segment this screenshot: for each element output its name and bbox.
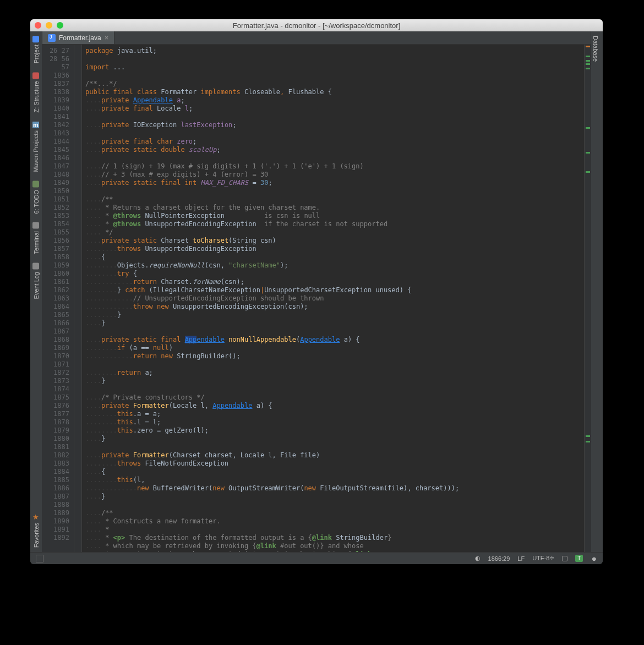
caret-position[interactable]: 1866:29 xyxy=(488,555,510,562)
titlebar[interactable]: Formatter.java - dcmonitor - [~/workspac… xyxy=(30,19,603,31)
code-line[interactable]: ....private Formatter(Charset charset, L… xyxy=(85,451,584,460)
code-line[interactable]: package java.util; xyxy=(85,47,584,55)
tool-project[interactable]: Project xyxy=(30,31,42,68)
insert-mode[interactable]: T xyxy=(575,555,583,562)
code-line[interactable]: ....// + 3 (max # exp digits) + 4 (error… xyxy=(85,171,584,179)
tool-favorites[interactable]: Favorites★ xyxy=(30,510,42,552)
hector-icon[interactable]: ☻ xyxy=(591,555,597,562)
code-line[interactable]: ....private static final Appendable nonN… xyxy=(85,336,584,344)
code-line[interactable]: .... * xyxy=(85,526,584,534)
code-line[interactable] xyxy=(85,501,584,509)
code-line[interactable]: public final class Formatter implements … xyxy=(85,88,584,96)
stripe-mark[interactable] xyxy=(586,68,590,69)
minimize-icon[interactable] xyxy=(46,22,52,29)
code-line[interactable]: import ... xyxy=(85,63,584,72)
code-line[interactable]: ........return a; xyxy=(85,369,584,377)
code-line[interactable]: ....// 1 (sign) + 19 (max # sig digits) … xyxy=(85,162,584,171)
code-line[interactable]: .............new BufferedWriter(new Outp… xyxy=(85,484,584,493)
code-line[interactable]: ....private final Locale l; xyxy=(85,105,584,113)
code-line[interactable]: ....private Formatter(Locale l, Appendab… xyxy=(85,402,584,410)
proj-icon xyxy=(33,36,40,42)
code-line[interactable] xyxy=(85,72,584,80)
code-line[interactable]: ........this.zero = getZero(l); xyxy=(85,427,584,435)
code-line[interactable]: ........try { xyxy=(85,270,584,278)
code-line[interactable]: .... * which may be retrieved by invokin… xyxy=(85,542,584,550)
code-line[interactable]: ....} xyxy=(85,319,584,327)
fold-column[interactable] xyxy=(74,45,82,552)
stripe-mark[interactable] xyxy=(586,435,590,437)
code-line[interactable]: ........if (a == null) xyxy=(85,344,584,352)
tool-event-log[interactable]: Event Log xyxy=(30,259,42,304)
code-line[interactable]: ........Objects.requireNonNull(csn, "cha… xyxy=(85,261,584,270)
code-line[interactable]: /**...*/ xyxy=(85,80,584,88)
code-line[interactable]: ....{ xyxy=(85,468,584,476)
code-line[interactable] xyxy=(85,154,584,162)
code-line[interactable]: ........} xyxy=(85,311,584,319)
gutter[interactable]: 26 27 28 56 57 1836 1837 1838 1839 1840 … xyxy=(42,45,74,552)
error-stripe[interactable] xyxy=(584,45,591,552)
stripe-mark[interactable] xyxy=(586,152,590,154)
code-line[interactable] xyxy=(85,443,584,451)
tool-z-structure[interactable]: Z: Structure xyxy=(30,68,42,117)
code-line[interactable]: ....} xyxy=(85,493,584,501)
stripe-mark[interactable] xyxy=(586,171,590,173)
code-line[interactable] xyxy=(85,113,584,121)
code-line[interactable]: .... * @throws NullPointerException is c… xyxy=(85,212,584,220)
code-editor[interactable]: package java.util; import ... /**...*/pu… xyxy=(82,45,584,552)
code-line[interactable]: ....private final char zero; xyxy=(85,138,584,146)
code-line[interactable] xyxy=(85,187,584,195)
editor-area: 26 27 28 56 57 1836 1837 1838 1839 1840 … xyxy=(42,45,591,552)
code-line[interactable]: ........this.a = a; xyxy=(85,410,584,418)
code-line[interactable]: .... */ xyxy=(85,228,584,237)
code-line[interactable]: ....private IOException lastException; xyxy=(85,121,584,129)
code-line[interactable]: ............// UnsupportedEncodingExcept… xyxy=(85,294,584,303)
code-line[interactable]: ..../** xyxy=(85,195,584,204)
code-line[interactable]: ........throws FileNotFoundException xyxy=(85,460,584,468)
code-line[interactable]: ..../* Private constructors */ xyxy=(85,393,584,402)
tab-formatter[interactable]: Formatter.java × xyxy=(42,31,114,44)
code-line[interactable] xyxy=(85,360,584,369)
tool--todo[interactable]: 6: TODO xyxy=(30,177,42,218)
status-icon[interactable] xyxy=(36,555,43,562)
code-line[interactable] xyxy=(85,55,584,63)
code-line[interactable]: ....private static final int MAX_FD_CHAR… xyxy=(85,179,584,187)
tool-maven-projects[interactable]: Maven Projectsm xyxy=(30,117,42,177)
code-line[interactable] xyxy=(85,385,584,393)
code-line[interactable]: ........throws UnsupportedEncodingExcept… xyxy=(85,245,584,253)
code-line[interactable] xyxy=(85,129,584,138)
stripe-mark[interactable] xyxy=(586,441,590,442)
code-line[interactable]: ....private static Charset toCharset(Str… xyxy=(85,237,584,245)
line-separator[interactable]: LF xyxy=(517,555,525,562)
code-line[interactable]: .... * Returns a charset object for the … xyxy=(85,204,584,212)
code-line[interactable]: ........} catch (IllegalCharsetNameExcep… xyxy=(85,286,584,294)
stripe-mark[interactable] xyxy=(586,127,590,129)
code-line[interactable]: ............throw new UnsupportedEncodin… xyxy=(85,303,584,311)
close-icon[interactable] xyxy=(35,22,41,29)
stripe-mark[interactable] xyxy=(586,60,590,62)
code-line[interactable]: ....private static double scaleUp; xyxy=(85,146,584,154)
stripe-mark[interactable] xyxy=(586,46,590,47)
lock-icon[interactable] xyxy=(562,556,567,561)
close-tab-icon[interactable]: × xyxy=(105,34,109,42)
code-line[interactable] xyxy=(85,327,584,336)
code-line[interactable]: ....} xyxy=(85,435,584,443)
code-line[interactable]: ............return Charset.forName(csn); xyxy=(85,278,584,286)
code-line[interactable]: ....private Appendable a; xyxy=(85,96,584,105)
code-line[interactable]: ........this(l, xyxy=(85,476,584,484)
code-line[interactable]: .... * <p> The destination of the format… xyxy=(85,534,584,542)
zoom-icon[interactable] xyxy=(57,22,63,29)
tool-database[interactable]: Database xyxy=(591,31,600,66)
stripe-mark[interactable] xyxy=(586,56,590,57)
stripe-mark[interactable] xyxy=(586,63,590,65)
code-line[interactable]: ........this.l = l; xyxy=(85,418,584,427)
code-line[interactable]: ....{ xyxy=(85,253,584,261)
code-line[interactable]: .... * current content may be converted … xyxy=(85,550,584,552)
code-line[interactable]: .... * Constructs a new formatter. xyxy=(85,517,584,526)
file-encoding[interactable]: UTF-8≑ xyxy=(532,555,554,562)
java-file-icon xyxy=(48,34,56,42)
tool-terminal[interactable]: Terminal xyxy=(30,218,42,259)
code-line[interactable]: ............return new StringBuilder(); xyxy=(85,352,584,360)
code-line[interactable]: ..../** xyxy=(85,509,584,517)
code-line[interactable]: .... * @throws UnsupportedEncodingExcept… xyxy=(85,220,584,228)
code-line[interactable]: ....} xyxy=(85,377,584,385)
